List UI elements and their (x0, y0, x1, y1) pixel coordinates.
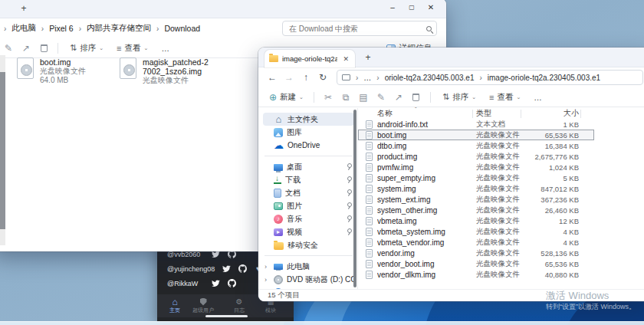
sidebar-item[interactable]: 主文件夹 (263, 113, 354, 126)
search-box[interactable] (282, 21, 437, 36)
scrollbar-thumb[interactable] (0, 72, 5, 229)
new-tab-button[interactable]: + (361, 51, 375, 64)
tab-close-icon[interactable]: ✕ (341, 55, 350, 63)
copy-icon[interactable]: ⧉ (339, 90, 353, 104)
column-divider[interactable] (580, 110, 581, 118)
github-icon[interactable] (227, 279, 236, 288)
rename-icon[interactable]: ✎ (2, 41, 15, 55)
column-divider[interactable] (521, 110, 521, 118)
column-divider[interactable] (472, 110, 473, 118)
rename-icon[interactable]: ✎ (374, 90, 388, 104)
sidebar-item[interactable]: OneDrive (263, 139, 354, 152)
phone-nav-item[interactable]: 主页 (161, 297, 189, 314)
delete-icon[interactable] (409, 90, 423, 104)
column-header-size[interactable]: 大小 (521, 108, 579, 119)
sidebar-item[interactable]: 音乐 (263, 212, 354, 225)
file-row[interactable]: system_other.img 光盘映像文件 26,460 KB (358, 205, 594, 215)
file-row[interactable]: system.img 光盘映像文件 847,012 KB (358, 183, 594, 194)
file-row[interactable]: boot.img 光盘映像文件 65,536 KB (358, 130, 594, 140)
delete-icon[interactable] (37, 41, 51, 55)
breadcrumb-item[interactable]: 内部共享存储空间 (85, 22, 153, 34)
explorer-tab[interactable]: image-oriole-tq2a.230405.003 ✕ (264, 50, 355, 67)
phone-nav-item[interactable]: 日志 (225, 297, 253, 314)
paste-icon[interactable]: ▤ (356, 90, 370, 104)
file-icon (366, 120, 373, 129)
minimize-button[interactable]: – (383, 1, 402, 15)
twitter-icon[interactable] (211, 279, 220, 288)
maximize-button[interactable]: ▢ (402, 1, 421, 15)
refresh-button[interactable]: ↻ (315, 70, 330, 85)
file-tile[interactable]: magisk_patched-27002_1szo6.img 光盘映像文件 (120, 57, 210, 85)
gesture-pill[interactable] (205, 315, 248, 317)
close-button[interactable]: ✕ (422, 1, 440, 15)
address-bar[interactable]: › … › oriole-tq2a.230405.003.e1 › image-… (337, 70, 643, 85)
more-button[interactable]: … (529, 91, 547, 103)
up-button[interactable]: ↑ (298, 70, 314, 85)
sidebar-item-label: 主文件夹 (288, 114, 354, 125)
sidebar-scrollbar[interactable] (353, 110, 356, 287)
breadcrumb-segment[interactable]: image-oriole-tq2a.230405.003.e1 (486, 74, 602, 82)
more-button[interactable]: … (156, 42, 174, 54)
sidebar-item[interactable]: 文档 (263, 186, 354, 199)
file-name: system.img (377, 185, 468, 193)
sidebar-item[interactable]: 图片 (263, 199, 354, 212)
share-icon[interactable]: ↗ (19, 41, 33, 55)
search-input[interactable] (288, 24, 423, 34)
back-button[interactable]: ← (264, 70, 280, 85)
new-button[interactable]: ⊕ 新建 ⌄ (266, 90, 307, 104)
file-type: 光盘映像文件 (476, 227, 521, 237)
sidebar-item[interactable]: 下载 (263, 173, 354, 186)
location-icon (342, 74, 350, 80)
cut-icon[interactable]: ✂ (321, 90, 335, 104)
twitter-icon[interactable] (222, 264, 231, 274)
share-icon[interactable]: ↗ (392, 90, 406, 104)
file-row[interactable]: product.img 光盘映像文件 2,675,776 KB (358, 151, 594, 162)
column-header-name[interactable]: 名称 (377, 108, 468, 119)
image-explorer-window[interactable]: image-oriole-tq2a.230405.003 ✕ + ← → ↑ ↻… (258, 48, 644, 301)
file-row[interactable]: vbmeta_system.img 光盘映像文件 4 KB (358, 226, 594, 237)
file-row[interactable]: dtbo.img 光盘映像文件 16,384 KB (358, 140, 594, 151)
toolbar: ⊕ 新建 ⌄ ✂ ⧉ ▤ ✎ ↗ ⇅ 排序 ⌄ ≡ 查看 ⌄ … (258, 87, 644, 107)
breadcrumb-item[interactable]: 此电脑 (10, 22, 38, 34)
file-row[interactable]: super_empty.img 光盘映像文件 5 KB (358, 172, 594, 183)
file-row[interactable]: android-info.txt 文本文档 1 KB (358, 119, 594, 130)
file-row[interactable]: vendor.img 光盘映像文件 528,136 KB (358, 248, 594, 258)
expand-chevron-icon[interactable]: › (264, 276, 267, 284)
github-icon[interactable] (238, 264, 247, 274)
view-button[interactable]: ≡ 查看 ⌄ (112, 41, 153, 55)
file-row[interactable]: vendor_dlkm.img 光盘映像文件 40,880 KB (358, 269, 594, 280)
file-row[interactable]: vbmeta_vendor.img 光盘映像文件 4 KB (358, 237, 594, 248)
sidebar-item[interactable]: 图库 (263, 126, 354, 139)
address-row: ← → ↑ ↻ › … › oriole-tq2a.230405.003.e1 … (258, 67, 644, 87)
file-size: 16,384 KB (521, 142, 579, 150)
file-size: 65,536 KB (521, 131, 579, 140)
file-rows: android-info.txt 文本文档 1 KB boot.img 光盘映像… (358, 119, 644, 280)
breadcrumb-ellipsis[interactable]: … (362, 74, 373, 82)
phone-nav-item[interactable]: 超级用户 (189, 297, 217, 314)
column-header-type[interactable]: 类型 (476, 108, 521, 119)
sort-button[interactable]: ⇅ 排序 ⌄ (438, 90, 481, 104)
sidebar-item[interactable]: › 此电脑 (263, 260, 354, 273)
file-tile[interactable]: boot.img 光盘映像文件 64.0 MB (17, 57, 107, 85)
view-button[interactable]: ≡ 查看 ⌄ (485, 90, 525, 104)
taskbar[interactable] (0, 321, 644, 325)
file-row[interactable]: vendor_boot.img 光盘映像文件 65,536 KB (358, 258, 594, 269)
new-tab-button[interactable]: + (17, 2, 31, 15)
sidebar-item[interactable]: 移动安全 (263, 238, 354, 251)
file-row[interactable]: vbmeta.img 光盘映像文件 12 KB (358, 215, 594, 226)
file-name: android-info.txt (377, 120, 468, 129)
sidebar-item[interactable]: 视频 (263, 225, 354, 238)
breadcrumb-item[interactable]: Pixel 6 (48, 23, 75, 34)
forward-button[interactable]: → (281, 70, 297, 85)
sort-button[interactable]: ⇅ 排序 ⌄ (65, 41, 108, 55)
file-row[interactable]: system_ext.img 光盘映像文件 367,236 KB (358, 194, 594, 205)
pictures-icon (274, 202, 283, 210)
breadcrumb-item[interactable]: Download (163, 23, 202, 34)
file-list: ˆ 名称 类型 大小 android-info.txt 文本文档 1 KB bo… (358, 108, 644, 289)
sidebar-item[interactable]: › DVD 驱动器 (D:) CCCOMA_X64FR (263, 273, 354, 286)
expand-chevron-icon[interactable]: › (264, 263, 267, 271)
breadcrumb-segment[interactable]: oriole-tq2a.230405.003.e1 (383, 74, 476, 82)
sidebar-item[interactable]: 桌面 (263, 160, 354, 173)
file-type: 光盘映像文件 (476, 259, 521, 269)
file-row[interactable]: pvmfw.img 光盘映像文件 1,024 KB (358, 162, 594, 172)
